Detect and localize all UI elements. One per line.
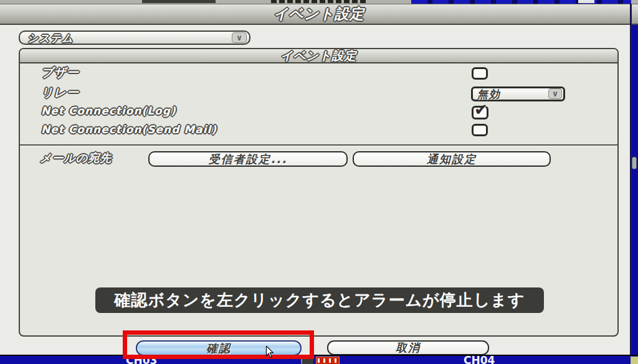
checkmark-icon: ✔ [474,100,488,119]
cancel-button-label: 取消 [396,340,421,355]
category-dropdown[interactable]: システム ∨ [19,30,250,45]
mail-destination-label: メールの宛先 [40,151,112,166]
recipient-settings-button-label: 受信者設定... [209,152,288,167]
subtitle-caption: 確認ボタンを左クリックするとアラームが停止します [95,287,544,313]
net-connection-sendmail-label: Net Connection(Send Mail) [41,123,217,136]
background-text-fragment [271,0,368,3]
corner-indicator [631,357,638,364]
dialog-titlebar: イベント設定 [0,4,638,25]
mouse-cursor-icon [265,346,274,358]
dvr-screen: イベント設定 システム ∨ イベント設定 ブザー リレー 無効 ∨ Net Co… [0,0,638,364]
buzzer-checkbox[interactable] [472,67,488,80]
cancel-button[interactable]: 取消 [327,340,489,355]
net-connection-log-label: Net Connection(Log) [41,105,176,117]
relay-label: リレー [41,85,79,101]
recipient-settings-button[interactable]: 受信者設定... [148,151,348,167]
notification-settings-button[interactable]: 通知設定 [353,151,551,167]
highlight-annotation-rectangle [123,330,314,359]
net-connection-sendmail-checkbox[interactable] [472,124,488,136]
relay-dropdown-value: 無効 [477,88,501,100]
chevron-down-icon: ∨ [548,88,562,99]
notification-settings-button-label: 通知設定 [427,152,477,167]
chevron-down-icon: ∨ [232,32,247,43]
panel-title: イベント設定 [281,48,357,64]
dialog-right-edge [630,4,632,355]
net-connection-log-checkbox[interactable]: ✔ [472,106,488,119]
category-dropdown-value: システム [27,32,74,44]
dialog-title: イベント設定 [274,4,364,24]
film-record-icon [316,357,340,364]
panel-header: イベント設定 [20,49,617,63]
relay-dropdown[interactable]: 無効 ∨ [471,86,565,101]
buzzer-label: ブザー [41,65,79,81]
channel-status-bar: CH03 CH04 [0,355,638,364]
subtitle-caption-text: 確認ボタンを左クリックするとアラームが停止します [115,289,525,311]
background-fragment [142,0,216,3]
section-divider [20,144,617,146]
background-highlight-fragment [578,0,594,3]
channel-label-ch04: CH04 [464,356,495,364]
side-scroll-handle[interactable] [632,157,637,169]
